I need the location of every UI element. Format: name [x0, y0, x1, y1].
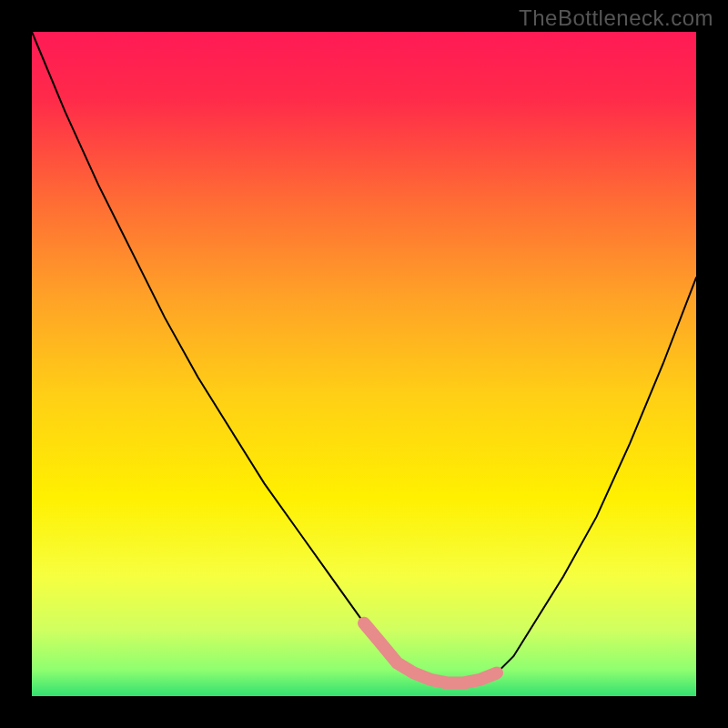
chart-stage: TheBottleneck.com [0, 0, 728, 728]
chart-background [32, 32, 696, 696]
bottleneck-chart [0, 0, 728, 728]
watermark-text: TheBottleneck.com [519, 5, 713, 31]
